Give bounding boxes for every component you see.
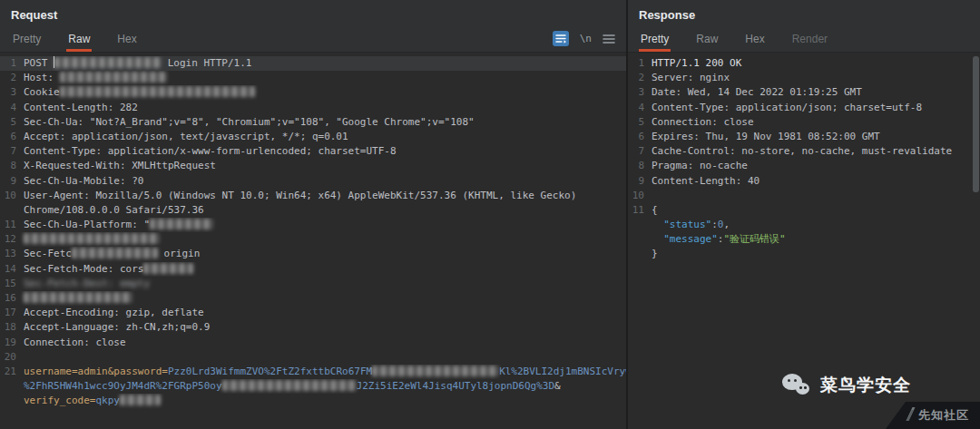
redacted-text xyxy=(60,72,167,83)
code-line: 1HTTP/1.1 200 OK xyxy=(628,56,980,71)
line-number: 3 xyxy=(628,85,644,100)
code-token: Pzz0Lrd3WifmmZVO%2FtZ2fxttbCRo67FM xyxy=(168,366,372,377)
request-panel: Request PrettyRawHex \n 1P xyxy=(0,0,626,429)
code-text: Content-Type: application/json; charset=… xyxy=(644,101,922,115)
line-number: 6 xyxy=(0,130,16,144)
xianzhi-slash-icon xyxy=(909,407,912,424)
code-token: Content-Length: 40 xyxy=(652,175,760,187)
redacted-text xyxy=(222,380,357,391)
code-text: Cookie xyxy=(16,85,255,100)
redacted-text xyxy=(24,233,160,244)
code-line: 19Connection: close xyxy=(0,336,626,350)
line-number: 4 xyxy=(628,101,644,115)
code-text: Sec-Ch-Ua-Mobile: ?0 xyxy=(16,174,143,189)
code-text: POST Login HTTP/1.1 xyxy=(16,56,251,71)
request-tab-raw[interactable]: Raw xyxy=(66,33,92,52)
response-scrollbar-thumb[interactable] xyxy=(973,56,979,192)
code-line: 7Cache-Control: no-store, no-cache, must… xyxy=(628,144,980,159)
code-token: qkpy xyxy=(95,395,120,406)
code-token: "message" xyxy=(663,233,718,245)
line-number xyxy=(0,203,16,218)
request-tab-pretty[interactable]: Pretty xyxy=(11,33,43,52)
code-line: 8Pragma: no-cache xyxy=(628,159,980,173)
code-token: %2FhR5HW4h1wcc9OyJM4dR%2FGRpP50oy xyxy=(24,380,222,392)
code-line: 5Connection: close xyxy=(628,115,980,130)
redacted-text xyxy=(150,219,213,229)
redacted-text xyxy=(60,86,255,97)
line-number: 12 xyxy=(0,232,16,247)
line-number: 14 xyxy=(0,262,16,277)
code-token: Content-Type: application/json; charset=… xyxy=(652,102,922,113)
code-line: 18Accept-Language: zh-CN,zh;q=0.9 xyxy=(0,320,626,335)
code-text: X-Requested-With: XMLHttpRequest xyxy=(16,159,216,173)
response-tab-pretty[interactable]: Pretty xyxy=(639,33,671,52)
response-tab-raw[interactable]: Raw xyxy=(694,33,720,52)
redacted-text xyxy=(24,292,132,303)
code-line: 4Content-Length: 282 xyxy=(0,101,626,115)
line-number: 5 xyxy=(628,115,644,130)
code-token: Content-Type: application/x-www-form-url… xyxy=(24,145,397,157)
wechat-icon xyxy=(782,372,813,399)
hamburger-menu-icon[interactable] xyxy=(603,34,615,44)
line-number: 7 xyxy=(0,144,16,159)
code-token: Sec-Fetc xyxy=(24,248,72,259)
code-token: Host: xyxy=(24,72,60,83)
code-line: Chrome/108.0.0.0 Safari/537.36 xyxy=(0,203,626,218)
line-number: 8 xyxy=(628,159,644,173)
code-token: Connection: close xyxy=(652,116,754,128)
code-line: 9Content-Length: 40 xyxy=(628,174,980,189)
code-token: Sec-Fetch-Mode: cors xyxy=(24,263,143,275)
code-line: "status":0, xyxy=(628,218,980,232)
code-line: 8X-Requested-With: XMLHttpRequest xyxy=(0,159,626,173)
code-text xyxy=(16,350,24,365)
line-number: 18 xyxy=(0,320,16,335)
code-line: 6Accept: application/json, text/javascri… xyxy=(0,130,626,144)
request-panel-title: Request xyxy=(0,0,626,27)
code-text: "message":"验证码错误" xyxy=(644,232,786,247)
code-token: Cookie xyxy=(24,86,60,98)
code-line: 20 xyxy=(0,350,626,365)
line-number: 4 xyxy=(0,101,16,115)
line-number: 17 xyxy=(0,306,16,320)
code-text: Chrome/108.0.0.0 Safari/537.36 xyxy=(16,203,204,218)
code-text: Connection: close xyxy=(16,336,126,350)
response-tab-hex[interactable]: Hex xyxy=(743,33,766,52)
line-number: 15 xyxy=(0,277,16,291)
soft-wrap-icon[interactable] xyxy=(553,31,569,46)
line-number: 10 xyxy=(628,189,644,203)
code-line: 12 xyxy=(0,232,626,247)
request-tab-hex[interactable]: Hex xyxy=(115,33,138,52)
code-token: { xyxy=(652,204,658,216)
code-text: Sec-Fetch-Dest: empty xyxy=(16,277,150,291)
line-number: 21 xyxy=(0,365,16,379)
line-number: 7 xyxy=(628,144,644,159)
code-token: Cache-Control: no-store, no-cache, must-… xyxy=(652,145,952,157)
code-text: Connection: close xyxy=(644,115,754,130)
code-line: 11{ xyxy=(628,203,980,218)
response-tab-render[interactable]: Render xyxy=(790,33,829,52)
code-token: Kl%2BVLI2dj1mBNSIcVrywWkwhfHVX9DshN3207I… xyxy=(499,366,626,377)
redacted-text xyxy=(54,57,162,68)
line-number xyxy=(0,394,16,408)
request-editor[interactable]: 1POST Login HTTP/1.12Host: 3Cookie4Conte… xyxy=(0,53,626,429)
code-token: Content-Length: 282 xyxy=(24,102,138,113)
code-text: { xyxy=(644,203,658,218)
code-line: verify_code=qkpy xyxy=(0,394,626,408)
code-token: Server: nginx xyxy=(652,72,730,83)
newline-toggle[interactable]: \n xyxy=(580,33,592,44)
code-token: Pragma: no-cache xyxy=(652,160,748,171)
code-text xyxy=(644,189,652,203)
code-line: 5Sec-Ch-Ua: "Not?A_Brand";v="8", "Chromi… xyxy=(0,115,626,130)
code-token xyxy=(652,219,663,230)
code-text: Sec-Ch-Ua-Platform: " xyxy=(16,218,213,232)
line-number: 5 xyxy=(0,115,16,130)
line-number: 8 xyxy=(0,159,16,173)
response-panel-title: Response xyxy=(628,0,980,27)
line-number xyxy=(628,247,644,261)
code-text: Content-Type: application/x-www-form-url… xyxy=(16,144,397,159)
line-number: 1 xyxy=(0,56,16,71)
line-number: 9 xyxy=(628,174,644,189)
code-text: Server: nginx xyxy=(644,71,730,85)
code-line: 3Date: Wed, 14 Dec 2022 01:19:25 GMT xyxy=(628,85,980,100)
code-line: %2FhR5HW4h1wcc9OyJM4dR%2FGRpP50oyJ2Zi5iE… xyxy=(0,379,626,394)
